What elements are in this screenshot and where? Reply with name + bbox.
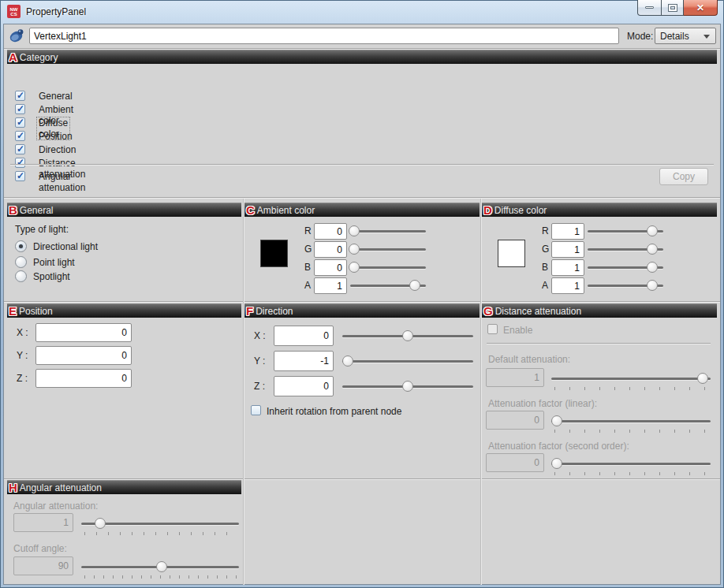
default-attenuation-field[interactable]	[486, 368, 544, 387]
slider-thumb[interactable]	[647, 280, 658, 291]
checkbox-checked-icon[interactable]	[15, 117, 25, 128]
checkbox-checked-icon[interactable]	[15, 171, 25, 181]
ambient-r-field[interactable]	[314, 223, 347, 240]
section-letter-badge: F	[246, 305, 253, 317]
attenuation-second-order-slider[interactable]	[551, 456, 711, 471]
checkbox-unchecked-icon[interactable]	[251, 405, 261, 415]
slider-thumb[interactable]	[342, 355, 353, 367]
window-controls: ✕	[637, 0, 718, 16]
radio-label[interactable]: Directional light	[33, 241, 98, 252]
copy-button[interactable]: Copy	[659, 168, 708, 185]
checkbox-unchecked-icon[interactable]	[487, 324, 498, 334]
slider-thumb[interactable]	[95, 518, 106, 529]
attenuation-linear-field[interactable]	[486, 411, 544, 430]
ambient-b-slider[interactable]	[350, 260, 426, 274]
slider-track	[551, 463, 711, 465]
slider-thumb[interactable]	[551, 458, 562, 469]
checkbox-checked-icon[interactable]	[15, 91, 25, 101]
radio-icon[interactable]	[15, 270, 27, 282]
maximize-button[interactable]	[662, 0, 684, 16]
channel-label: B	[304, 262, 311, 273]
angular-attenuation-slider[interactable]	[81, 516, 239, 530]
slider-thumb[interactable]	[409, 280, 420, 291]
minimize-button[interactable]	[637, 0, 662, 16]
enable-label[interactable]: Enable	[503, 325, 532, 336]
ambient-r-slider[interactable]	[350, 224, 426, 238]
slider-thumb[interactable]	[697, 373, 708, 384]
ambient-b-field[interactable]	[314, 259, 347, 276]
diffuse-b-field[interactable]	[551, 259, 584, 276]
radio-icon[interactable]	[15, 256, 27, 268]
ambient-a-field[interactable]	[314, 277, 347, 294]
direction-z-slider[interactable]	[342, 379, 473, 393]
angular-attenuation-field[interactable]	[13, 513, 73, 532]
diffuse-g-field[interactable]	[551, 241, 584, 258]
slider-ticks	[554, 472, 709, 475]
category-item-label[interactable]: Angular attenuation	[37, 171, 87, 193]
direction-y-slider[interactable]	[342, 354, 473, 368]
direction-z-field[interactable]	[274, 376, 334, 396]
direction-y-field[interactable]	[274, 351, 334, 371]
direction-x-slider[interactable]	[342, 329, 473, 343]
slider-thumb[interactable]	[349, 244, 360, 255]
diffuse-color-swatch[interactable]	[498, 240, 525, 267]
axis-label: Y :	[254, 355, 265, 367]
channel-label: R	[304, 225, 312, 236]
slider-thumb[interactable]	[551, 415, 562, 426]
checkbox-checked-icon[interactable]	[15, 158, 25, 168]
section-letter-badge: C	[246, 204, 255, 216]
row-divider	[4, 301, 720, 302]
attenuation-linear-slider[interactable]	[551, 414, 711, 428]
category-item-label[interactable]: Position	[37, 131, 74, 142]
radio-selected-icon[interactable]	[15, 240, 27, 252]
category-item-label[interactable]: Direction	[37, 144, 77, 155]
diffuse-a-slider[interactable]	[588, 278, 663, 292]
radio-label[interactable]: Spotlight	[33, 271, 70, 282]
slider-thumb[interactable]	[647, 262, 658, 273]
checkbox-checked-icon[interactable]	[15, 104, 25, 114]
diffuse-a-field[interactable]	[551, 277, 584, 294]
checkbox-checked-icon[interactable]	[15, 144, 25, 154]
ambient-g-slider[interactable]	[350, 242, 426, 256]
ambient-a-slider[interactable]	[350, 278, 426, 292]
cutoff-angle-field[interactable]	[13, 556, 73, 575]
section-title: Ambient color	[257, 205, 315, 216]
close-button[interactable]: ✕	[684, 0, 718, 16]
section-angular-attenuation: H Angular attenuation Angular attenuatio…	[7, 480, 241, 585]
node-name-input[interactable]	[29, 28, 619, 44]
section-position-header: E Position	[7, 303, 241, 318]
position-x-field[interactable]	[35, 323, 132, 342]
attenuation-second-order-field[interactable]	[486, 453, 544, 472]
slider-thumb[interactable]	[402, 381, 413, 392]
type-of-light-label: Type of light:	[15, 224, 69, 235]
diffuse-r-field[interactable]	[551, 223, 584, 240]
direction-x-field[interactable]	[274, 326, 334, 346]
title-bar[interactable]: NW CS PropertyPanel ✕	[0, 0, 724, 24]
section-category: A Category General Ambient color Diffuse…	[7, 50, 717, 196]
minimize-icon	[645, 6, 654, 9]
position-z-field[interactable]	[35, 369, 132, 388]
slider-thumb[interactable]	[647, 244, 658, 255]
ambient-g-field[interactable]	[314, 241, 347, 258]
axis-label: Z :	[254, 381, 265, 392]
slider-thumb[interactable]	[156, 561, 167, 572]
position-y-field[interactable]	[35, 346, 132, 365]
section-direction: F Direction X : Y : Z : Inherit rotation…	[244, 303, 480, 477]
slider-thumb[interactable]	[647, 225, 658, 236]
radio-label[interactable]: Point light	[33, 257, 75, 268]
ambient-color-swatch[interactable]	[260, 240, 288, 267]
mode-select[interactable]: Details	[655, 28, 716, 44]
attenuation-row-label: Attenuation factor (linear):	[488, 398, 597, 409]
diffuse-g-slider[interactable]	[588, 242, 663, 256]
row-divider	[4, 197, 720, 198]
default-attenuation-slider[interactable]	[551, 371, 711, 385]
category-item-label[interactable]: General	[37, 91, 74, 102]
checkbox-checked-icon[interactable]	[15, 131, 25, 141]
cutoff-angle-slider[interactable]	[81, 560, 239, 574]
slider-thumb[interactable]	[349, 262, 360, 273]
slider-thumb[interactable]	[402, 330, 413, 341]
inherit-rotation-label[interactable]: Inherit rotation from parent node	[267, 406, 401, 417]
diffuse-b-slider[interactable]	[588, 260, 663, 274]
diffuse-r-slider[interactable]	[588, 224, 663, 238]
slider-thumb[interactable]	[349, 225, 360, 236]
